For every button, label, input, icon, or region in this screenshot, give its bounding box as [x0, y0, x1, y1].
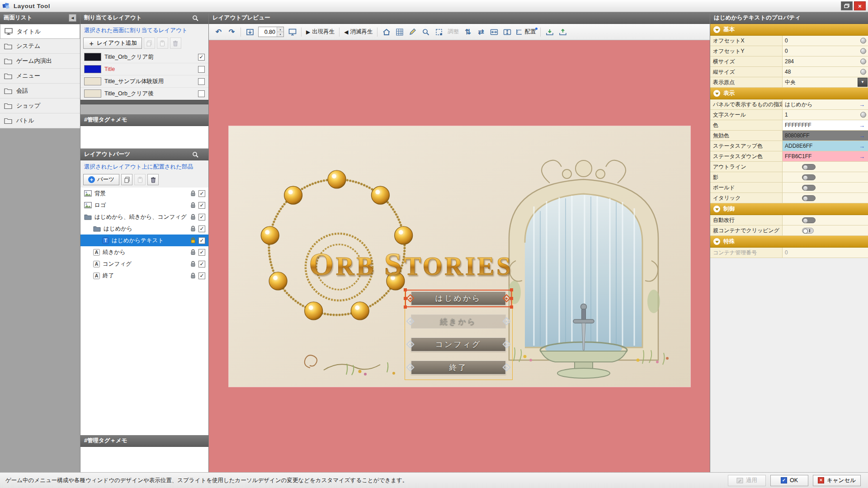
- property-value[interactable]: [783, 225, 868, 235]
- property-value[interactable]: [783, 215, 868, 225]
- layouts-memo-area[interactable]: [80, 126, 208, 149]
- arrange-button[interactable]: 配置: [514, 26, 538, 38]
- spinner-knob[interactable]: [860, 59, 866, 65]
- parts-visible-checkbox[interactable]: ✓: [198, 237, 205, 244]
- sort-button[interactable]: ⇅: [462, 26, 474, 38]
- screen-list-item[interactable]: 会話: [0, 84, 80, 99]
- toggle-switch[interactable]: [802, 228, 814, 234]
- property-value[interactable]: 0: [783, 46, 868, 56]
- swap-button[interactable]: ⇄: [475, 26, 487, 38]
- property-value[interactable]: 808080FF→: [783, 131, 868, 141]
- layout-list-item[interactable]: Title_Orb_クリア前✓: [80, 51, 208, 63]
- lock-icon[interactable]: [190, 202, 196, 208]
- toggle-switch[interactable]: [802, 185, 816, 191]
- dropdown-button[interactable]: ▼: [858, 78, 868, 87]
- property-section-header[interactable]: 表示: [710, 88, 868, 99]
- parts-tree-item[interactable]: はじめから✓: [80, 223, 208, 235]
- preview-canvas[interactable]: ORB STORIES はじめから続きからコンフィグ終了: [209, 40, 710, 472]
- screen-list-item[interactable]: ショップ: [0, 99, 80, 113]
- home-button[interactable]: [380, 26, 392, 38]
- property-value[interactable]: 0: [783, 36, 868, 46]
- navigate-arrow-icon[interactable]: →: [859, 143, 865, 149]
- parts-visible-checkbox[interactable]: ✓: [198, 190, 205, 197]
- picker-button[interactable]: [420, 26, 432, 38]
- copy-part-icon[interactable]: [121, 174, 132, 185]
- navigate-arrow-icon[interactable]: →: [859, 122, 865, 128]
- game-menu-button[interactable]: 終了: [411, 361, 506, 375]
- spinner-knob[interactable]: [860, 48, 866, 54]
- cancel-button[interactable]: × キャンセル: [813, 475, 861, 486]
- parts-tree-item[interactable]: A続きから✓: [80, 246, 208, 258]
- property-value[interactable]: [783, 183, 868, 192]
- close-window-button[interactable]: ×: [854, 1, 866, 10]
- parts-tree-item[interactable]: A終了✓: [80, 270, 208, 282]
- property-section-header[interactable]: 基本: [710, 24, 868, 36]
- play-appear-button[interactable]: ▶出現再生: [304, 26, 336, 38]
- lock-icon[interactable]: [190, 190, 196, 197]
- spinner-knob[interactable]: [860, 38, 866, 44]
- lock-icon[interactable]: [190, 272, 196, 279]
- marquee-button[interactable]: [433, 26, 445, 38]
- property-value[interactable]: 284: [783, 56, 868, 66]
- redo-button[interactable]: ↷: [226, 26, 238, 38]
- navigate-arrow-icon[interactable]: →: [859, 102, 865, 108]
- lock-icon[interactable]: [190, 225, 196, 232]
- property-section-header[interactable]: 制御: [710, 203, 868, 215]
- property-value[interactable]: はじめから→: [783, 99, 868, 109]
- selection-handle[interactable]: [404, 305, 407, 309]
- selection-handle[interactable]: [510, 288, 513, 291]
- layout-list-item[interactable]: Title_サンプル体験版用: [80, 75, 208, 88]
- lock-icon[interactable]: [190, 261, 196, 267]
- zoom-control[interactable]: ▴ ▾: [258, 27, 284, 37]
- game-menu-button[interactable]: 続きから: [411, 314, 506, 328]
- property-value[interactable]: 48: [783, 67, 868, 77]
- toggle-switch[interactable]: [802, 195, 816, 201]
- parts-visible-checkbox[interactable]: ✓: [198, 272, 205, 279]
- search-icon[interactable]: [192, 151, 198, 158]
- screen-list-item[interactable]: タイトル: [0, 24, 80, 39]
- height-button[interactable]: [501, 26, 513, 38]
- layout-list-item[interactable]: Title: [80, 63, 208, 75]
- layout-visible-checkbox[interactable]: ✓: [198, 54, 205, 61]
- selection-handle[interactable]: [510, 297, 513, 300]
- screen-list-item[interactable]: バトル: [0, 113, 80, 128]
- zoom-down-icon[interactable]: ▾: [277, 32, 283, 37]
- screen-list-item[interactable]: ゲーム内演出: [0, 54, 80, 69]
- parts-tree-item[interactable]: ロゴ✓: [80, 199, 208, 211]
- splitter-bar[interactable]: [80, 100, 208, 104]
- property-value[interactable]: FFFFFFFF→: [783, 120, 868, 130]
- spinner-knob[interactable]: [860, 112, 866, 118]
- search-icon[interactable]: [192, 15, 198, 21]
- property-value[interactable]: FFB6C1FF→: [783, 151, 868, 161]
- parts-visible-checkbox[interactable]: ✓: [198, 214, 205, 221]
- property-value[interactable]: 1: [783, 110, 868, 120]
- lock-icon[interactable]: [190, 237, 196, 244]
- game-menu-button[interactable]: はじめから: [411, 291, 506, 305]
- add-part-button[interactable]: + パーツ: [83, 174, 119, 185]
- fit-view-button[interactable]: [244, 26, 256, 38]
- ok-button[interactable]: ✓ OK: [770, 475, 808, 486]
- selection-handle[interactable]: [404, 297, 407, 300]
- display-button[interactable]: [286, 26, 298, 38]
- screen-list-item[interactable]: システム: [0, 39, 80, 54]
- property-value[interactable]: 中央▼: [783, 77, 868, 87]
- lock-icon[interactable]: [190, 214, 196, 220]
- layout-visible-checkbox[interactable]: [198, 78, 205, 85]
- property-value[interactable]: ADD8E6FF→: [783, 141, 868, 151]
- play-disappear-button[interactable]: ◀消滅再生: [342, 26, 374, 38]
- toggle-switch[interactable]: [802, 174, 816, 180]
- pen-button[interactable]: [406, 26, 419, 38]
- property-value[interactable]: 0: [783, 248, 868, 258]
- toggle-switch[interactable]: [802, 164, 816, 170]
- delete-part-icon[interactable]: [147, 174, 159, 185]
- export-layout-button[interactable]: [557, 26, 569, 38]
- property-section-header[interactable]: 特殊: [710, 236, 868, 248]
- parts-visible-checkbox[interactable]: ✓: [198, 261, 205, 267]
- parts-tree-item[interactable]: 背景✓: [80, 188, 208, 199]
- game-menu-button[interactable]: コンフィグ: [411, 338, 506, 352]
- game-screen[interactable]: ORB STORIES はじめから続きからコンフィグ終了: [229, 126, 690, 387]
- spinner-knob[interactable]: [860, 69, 866, 75]
- selection-handle[interactable]: [404, 288, 407, 291]
- parts-tree-item[interactable]: Aコンフィグ✓: [80, 258, 208, 270]
- parts-tree-item[interactable]: はじめから、続きから、コンフィグ✓: [80, 211, 208, 223]
